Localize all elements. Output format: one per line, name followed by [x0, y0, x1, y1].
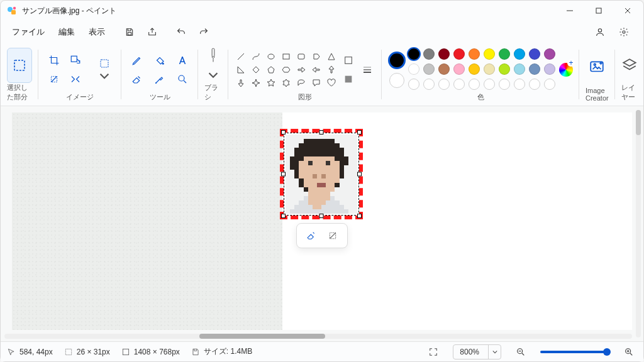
- stroke-width-button[interactable]: [359, 62, 375, 77]
- redo-button[interactable]: [193, 23, 214, 41]
- selection-background-remove-button[interactable]: [302, 228, 321, 244]
- vertical-scrollbar[interactable]: [635, 110, 642, 337]
- crop-button[interactable]: [45, 52, 64, 69]
- shape-callout-round-icon[interactable]: [295, 77, 308, 89]
- shape-curve-icon[interactable]: [250, 51, 262, 62]
- magnifier-tool[interactable]: [173, 70, 192, 88]
- share-button[interactable]: [142, 23, 163, 41]
- rotate-button[interactable]: [45, 70, 64, 88]
- color-swatch-empty[interactable]: [499, 79, 510, 90]
- shape-star4-icon[interactable]: [250, 77, 262, 89]
- selection-handle-e[interactable]: [357, 172, 362, 177]
- pencil-tool[interactable]: [128, 52, 147, 69]
- color-swatch[interactable]: [499, 63, 510, 75]
- color-swatch[interactable]: [423, 63, 435, 75]
- shape-roundrect-icon[interactable]: [295, 51, 308, 62]
- fill-tool[interactable]: [150, 52, 169, 69]
- layers-button[interactable]: [621, 57, 638, 74]
- flip-button[interactable]: [66, 70, 85, 88]
- color-swatch[interactable]: [499, 48, 510, 60]
- color-swatch[interactable]: [529, 63, 540, 75]
- color-swatch-empty[interactable]: [408, 79, 419, 90]
- shape-arrow-down-icon[interactable]: [235, 77, 247, 89]
- save-button[interactable]: [119, 23, 140, 41]
- account-button[interactable]: [589, 23, 611, 41]
- shape-heart-icon[interactable]: [325, 77, 338, 89]
- shape-star5-icon[interactable]: [265, 77, 277, 89]
- shape-triangle-icon[interactable]: [325, 51, 338, 62]
- color-swatch-empty[interactable]: [423, 79, 435, 90]
- selection-handle-se[interactable]: [357, 214, 362, 218]
- menu-view[interactable]: 表示: [82, 23, 111, 41]
- shape-arrow-up-icon[interactable]: [325, 64, 338, 75]
- shape-line-icon[interactable]: [235, 51, 247, 62]
- secondary-color-swatch[interactable]: [389, 73, 404, 88]
- color-swatch[interactable]: [544, 63, 555, 75]
- maximize-button[interactable]: [584, 1, 613, 21]
- selection-handle-w[interactable]: [281, 172, 286, 177]
- selection-handle-sw[interactable]: [281, 214, 286, 218]
- shape-arrow-right-icon[interactable]: [295, 64, 308, 75]
- selection-handle-nw[interactable]: [281, 130, 286, 134]
- selection-handle-n[interactable]: [319, 130, 324, 134]
- current-color-swatch[interactable]: [388, 52, 406, 69]
- color-swatch[interactable]: [469, 48, 480, 60]
- image-ai-button[interactable]: [94, 52, 115, 87]
- color-swatch[interactable]: [484, 48, 495, 60]
- shape-oval-icon[interactable]: [265, 51, 277, 62]
- shape-callout-rect-icon[interactable]: [310, 77, 323, 89]
- color-swatch-empty[interactable]: [453, 79, 465, 90]
- color-swatch[interactable]: [438, 63, 450, 75]
- selection-generative-button[interactable]: [323, 228, 342, 244]
- color-swatch[interactable]: [453, 63, 465, 75]
- fit-screen-button[interactable]: [425, 344, 441, 359]
- shape-polygon-icon[interactable]: [310, 51, 323, 62]
- color-swatch[interactable]: [514, 48, 525, 60]
- color-swatch[interactable]: [484, 63, 495, 75]
- selection-handle-ne[interactable]: [357, 130, 362, 134]
- color-swatch[interactable]: [408, 63, 419, 75]
- zoom-combobox[interactable]: 800%: [453, 344, 501, 359]
- shape-hexagon-icon[interactable]: [280, 64, 292, 75]
- color-swatch-empty[interactable]: [484, 79, 495, 90]
- eraser-tool[interactable]: [128, 70, 147, 88]
- text-tool[interactable]: [173, 52, 192, 69]
- canvas[interactable]: [12, 112, 632, 330]
- zoom-slider[interactable]: [540, 351, 609, 353]
- selection-box[interactable]: [284, 133, 359, 216]
- menu-file[interactable]: ファイル: [6, 23, 51, 41]
- settings-button[interactable]: [613, 23, 635, 41]
- brush-button[interactable]: [204, 48, 222, 83]
- image-creator-button[interactable]: [589, 59, 605, 75]
- resize-button[interactable]: [66, 52, 85, 69]
- horizontal-scrollbar-thumb[interactable]: [199, 334, 325, 339]
- shape-rect-icon[interactable]: [280, 51, 292, 62]
- close-button[interactable]: [613, 1, 642, 21]
- color-swatch[interactable]: [514, 63, 525, 75]
- shapes-gallery[interactable]: [235, 51, 338, 89]
- color-swatch[interactable]: [453, 48, 465, 60]
- shape-outline-button[interactable]: [340, 53, 357, 68]
- zoom-in-button[interactable]: [621, 344, 637, 359]
- shape-star6-icon[interactable]: [280, 77, 292, 89]
- canvas-area[interactable]: [1, 106, 643, 341]
- color-swatch-empty[interactable]: [514, 79, 525, 90]
- shape-fill-button[interactable]: [340, 72, 357, 87]
- undo-button[interactable]: [170, 23, 192, 41]
- zoom-dropdown-icon[interactable]: [488, 345, 501, 359]
- shape-right-triangle-icon[interactable]: [235, 64, 247, 75]
- shape-pentagon-icon[interactable]: [265, 64, 277, 75]
- color-swatch-empty[interactable]: [529, 79, 540, 90]
- shape-diamond-icon[interactable]: [250, 64, 262, 75]
- zoom-out-button[interactable]: [513, 344, 529, 359]
- selection-handle-s[interactable]: [319, 214, 324, 218]
- color-swatch-empty[interactable]: [544, 79, 555, 90]
- shape-arrow-left-icon[interactable]: [310, 64, 323, 75]
- color-swatch[interactable]: [529, 48, 540, 60]
- menu-edit[interactable]: 編集: [52, 23, 81, 41]
- vertical-scrollbar-thumb[interactable]: [636, 110, 641, 135]
- zoom-slider-knob[interactable]: [603, 348, 611, 356]
- color-swatch[interactable]: [408, 48, 419, 60]
- color-swatch[interactable]: [438, 48, 450, 60]
- horizontal-scrollbar[interactable]: [4, 332, 632, 340]
